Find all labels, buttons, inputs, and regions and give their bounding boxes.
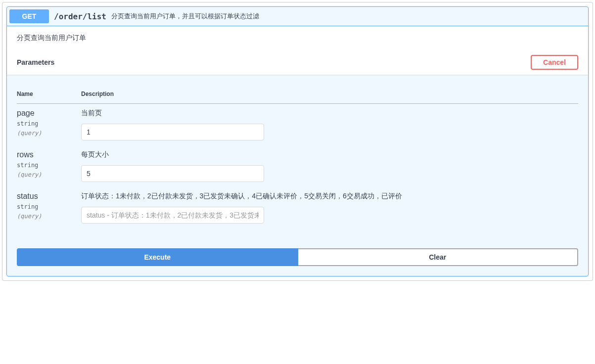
execute-button[interactable]: Execute — [17, 248, 298, 266]
col-header-description: Description — [81, 85, 578, 104]
param-description: 当前页 — [81, 109, 578, 118]
operation-description-text: 分页查询当前用户订单 — [17, 34, 578, 43]
parameter-row: page string (query) 当前页 — [17, 104, 578, 146]
parameter-row: status string (query) 订单状态：1未付款，2已付款未发货，… — [17, 187, 578, 228]
param-in: (query) — [17, 130, 81, 136]
page-input[interactable] — [81, 124, 264, 140]
col-header-name: Name — [17, 85, 81, 104]
parameter-row: rows string (query) 每页大小 — [17, 145, 578, 187]
param-type: string — [17, 118, 81, 130]
parameters-section-header: Parameters Cancel — [7, 50, 588, 75]
status-input[interactable] — [81, 207, 264, 224]
parameters-table: Name Description page string (query) 当前页 — [17, 85, 578, 228]
parameters-title: Parameters — [17, 58, 54, 66]
param-name: rows — [17, 150, 81, 159]
page-frame: GET /order/list 分页查询当前用户订单，并且可以根据订单状态过滤 … — [2, 2, 593, 281]
operation-block: GET /order/list 分页查询当前用户订单，并且可以根据订单状态过滤 … — [6, 6, 589, 276]
endpoint-summary: 分页查询当前用户订单，并且可以根据订单状态过滤 — [111, 12, 586, 21]
operation-summary[interactable]: GET /order/list 分页查询当前用户订单，并且可以根据订单状态过滤 — [7, 7, 588, 26]
clear-button[interactable]: Clear — [298, 248, 579, 266]
param-type: string — [17, 201, 81, 213]
parameters-container: Name Description page string (query) 当前页 — [7, 75, 588, 238]
cancel-button[interactable]: Cancel — [531, 55, 578, 70]
param-name: page — [17, 109, 81, 118]
param-in: (query) — [17, 213, 81, 220]
rows-input[interactable] — [81, 165, 264, 182]
operation-description: 分页查询当前用户订单 — [7, 26, 588, 50]
param-type: string — [17, 159, 81, 171]
execute-wrapper: Execute Clear — [7, 238, 588, 276]
param-name: status — [17, 192, 81, 201]
http-method-badge: GET — [9, 9, 49, 23]
param-description: 订单状态：1未付款，2已付款未发货，3已发货未确认，4已确认未评价，5交易关闭，… — [81, 192, 578, 201]
endpoint-path: /order/list — [49, 12, 111, 21]
param-in: (query) — [17, 171, 81, 178]
param-description: 每页大小 — [81, 150, 578, 159]
